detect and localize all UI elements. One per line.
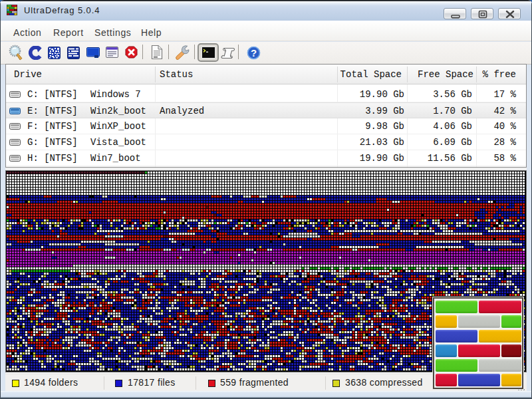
svg-text:?: ? <box>251 47 257 59</box>
